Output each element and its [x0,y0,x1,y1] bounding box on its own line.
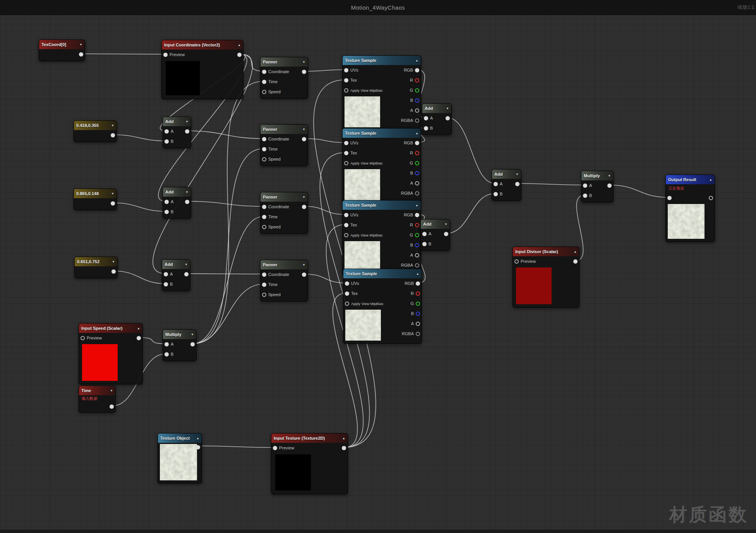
r-output-pin[interactable] [415,151,419,155]
texcoord-node[interactable]: TexCoord[0]▼ [39,39,85,61]
panner-node-4[interactable]: Panner▼ Coordinate Time Speed [260,260,308,302]
a-output-pin[interactable] [415,253,419,257]
output-pin[interactable] [302,137,306,141]
input-pin-b[interactable] [424,126,428,130]
rgba-output-pin[interactable] [415,263,419,267]
multiply-node-1[interactable]: Multiply▼ A B [163,329,197,361]
constant-node-1[interactable]: 0.418,0.355▼ [74,120,117,142]
b-output-pin[interactable] [415,243,419,247]
collapse-icon[interactable]: ▼ [302,128,305,131]
collapse-icon[interactable]: ▲ [238,43,241,47]
tex-input-pin[interactable] [344,78,348,82]
input-speed-node[interactable]: Input Speed (Scalar)▲ Preview [79,323,143,384]
output-pin[interactable] [190,342,195,346]
a-output-pin[interactable] [416,322,420,326]
b-output-pin[interactable] [415,98,419,103]
collapse-icon[interactable]: ▼ [110,389,113,392]
uvs-input-pin[interactable] [344,68,348,72]
input-pin-a[interactable] [424,116,428,120]
texture-sample-node-3[interactable]: Texture Sample▲ UVs Tex Apply View MipBi… [342,200,421,275]
constant-node-2[interactable]: 0.865,0.148▼ [74,189,117,210]
constant-node-3[interactable]: 0.651,0.752▼ [74,257,118,278]
input-pin-b[interactable] [165,352,169,356]
collapse-icon[interactable]: ▲ [342,437,345,440]
tex-input-pin[interactable] [344,223,348,227]
collapse-icon[interactable]: ▲ [196,437,199,440]
panner-node-1[interactable]: Panner▼ Coordinate Time Speed [260,57,308,99]
b-output-pin[interactable] [415,171,419,175]
input-coordinates-node[interactable]: Input Coordinates (Vector2)▲ Preview [161,40,243,99]
a-output-pin[interactable] [415,181,419,185]
texture-sample-node-2[interactable]: Texture Sample▲ UVs Tex Apply View MipBi… [342,128,421,203]
collapse-icon[interactable]: ▲ [416,272,419,276]
coordinate-input-pin[interactable] [262,70,266,74]
add-node-4[interactable]: Add▼ A B [422,103,452,135]
rgba-output-pin[interactable] [415,191,419,195]
speed-input-pin[interactable] [262,225,266,229]
result-input-pin[interactable] [667,196,672,200]
r-output-pin[interactable] [416,291,420,296]
multiply-node-2[interactable]: Multiply▼ A B [581,171,614,202]
preview-input-pin[interactable] [514,259,519,264]
texture-object-node[interactable]: Texture Object▲ [158,433,202,483]
collapse-icon[interactable]: ▼ [185,190,189,194]
mipbias-input-pin[interactable] [344,233,348,237]
time-node[interactable]: Time▼ 输入数据 [79,386,116,413]
output-pin[interactable] [237,53,242,57]
speed-input-pin[interactable] [262,157,266,161]
output-pin[interactable] [196,445,200,449]
add-node-3[interactable]: Add▼ A B [162,259,190,291]
output-pin[interactable] [444,232,448,236]
texture-sample-node-4[interactable]: Texture Sample▲ UVs Tex Apply View MipBi… [343,269,422,344]
collapse-icon[interactable]: ▼ [112,260,115,264]
r-output-pin[interactable] [415,223,419,227]
collapse-icon[interactable]: ▼ [516,173,519,176]
time-input-pin[interactable] [262,215,266,219]
add-node-6[interactable]: Add▼ A B [492,169,521,201]
collapse-icon[interactable]: ▼ [111,192,114,195]
texture-sample-node-1[interactable]: Texture Sample▲ UVs Tex Apply View MipBi… [342,55,421,130]
output-pin[interactable] [573,259,578,264]
output-pin[interactable] [111,133,115,137]
output-pin[interactable] [342,446,346,450]
add-node-1[interactable]: Add▼ A B [163,117,191,148]
add-node-2[interactable]: Add▼ A B [163,187,191,219]
collapse-icon[interactable]: ▼ [302,195,305,199]
a-output-pin[interactable] [415,108,419,113]
input-pin-a[interactable] [165,200,169,204]
tex-input-pin[interactable] [345,291,349,296]
rgb-output-pin[interactable] [415,213,419,217]
coordinate-input-pin[interactable] [262,137,266,141]
output-pin[interactable] [302,272,306,277]
collapse-icon[interactable]: ▲ [574,250,577,254]
output-pin[interactable] [302,70,306,74]
input-pin-b[interactable] [165,210,169,214]
collapse-icon[interactable]: ▼ [446,107,449,110]
rgb-output-pin[interactable] [415,141,419,145]
uvs-input-pin[interactable] [344,141,348,145]
add-node-5[interactable]: Add▼ A B [420,219,450,251]
g-output-pin[interactable] [415,233,419,237]
input-pin-b[interactable] [494,192,498,196]
collapse-icon[interactable]: ▲ [415,132,418,135]
preview-input-pin[interactable] [163,53,168,57]
preview-input-pin[interactable] [273,446,277,450]
output-pin[interactable] [184,272,189,276]
collapse-icon[interactable]: ▲ [709,178,712,182]
collapse-icon[interactable]: ▼ [302,263,305,267]
collapse-icon[interactable]: ▲ [415,59,418,62]
b-output-pin[interactable] [416,312,420,316]
collapse-icon[interactable]: ▼ [185,120,189,123]
input-pin-a[interactable] [165,129,169,134]
output-result-node[interactable]: Output Result▲ 正在预览 [665,175,715,242]
coordinate-input-pin[interactable] [262,205,266,209]
input-pin-a[interactable] [164,272,168,276]
result-output-pin[interactable] [709,196,713,200]
time-input-pin[interactable] [262,80,266,84]
input-pin-a[interactable] [494,182,498,186]
uvs-input-pin[interactable] [345,281,349,286]
collapse-icon[interactable]: ▼ [302,60,305,64]
input-pin-b[interactable] [165,139,169,144]
rgb-output-pin[interactable] [416,281,420,286]
rgba-output-pin[interactable] [416,332,420,336]
